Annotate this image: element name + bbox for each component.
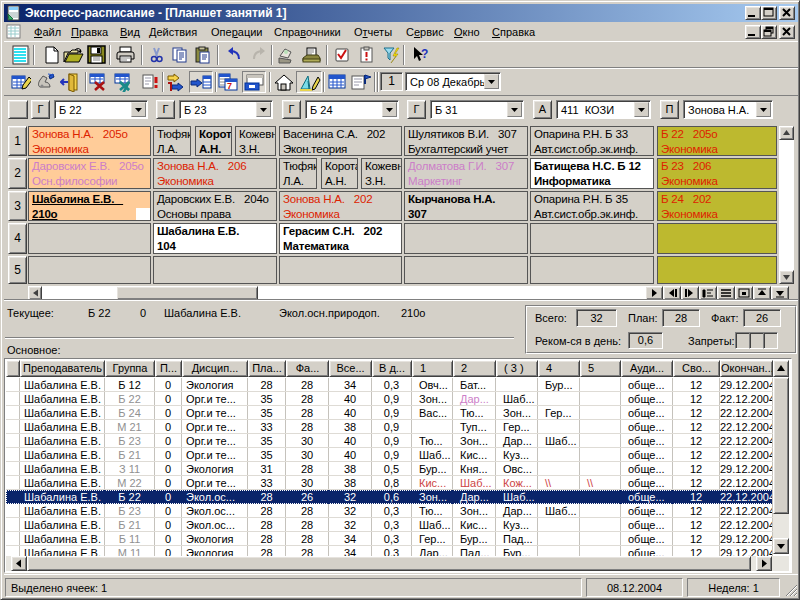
svg-text:7: 7 bbox=[227, 81, 232, 91]
svg-text:?: ? bbox=[421, 47, 428, 61]
